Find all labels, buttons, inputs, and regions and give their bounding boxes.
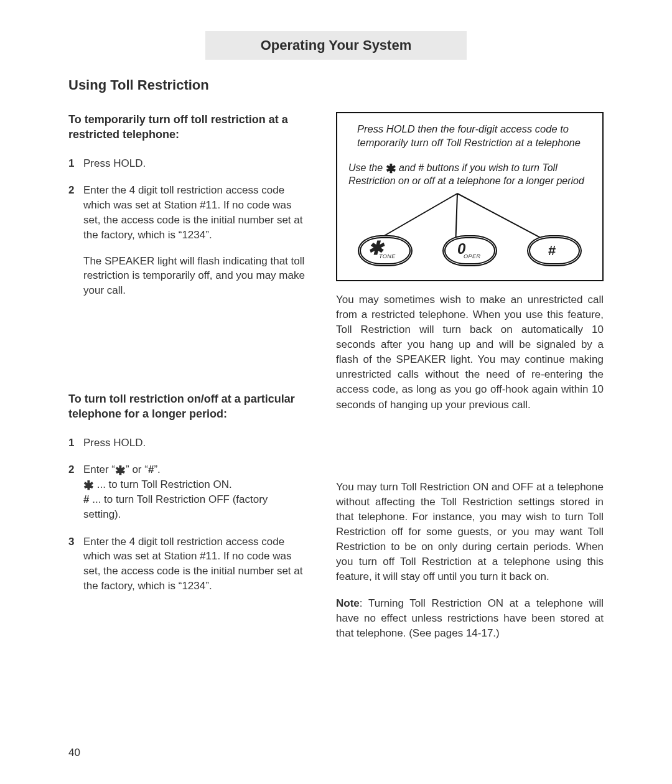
note-label: Note [336, 597, 360, 609]
phone-key-zero: 0 OPER [442, 235, 497, 266]
page-number: 40 [68, 747, 80, 759]
section-title: Using Toll Restriction [68, 77, 604, 93]
procedure-list-1: 1 Press HOLD. 2 Enter the 4 digit toll r… [68, 156, 305, 298]
diagram-line [376, 193, 458, 241]
procedure-list-2: 1 Press HOLD. 2 Enter “✱” or “#”. ✱ ... … [68, 436, 305, 594]
diagram-caption-top: Press HOLD then the four-digit access co… [357, 122, 591, 150]
list-item: 3 Enter the 4 digit toll restriction acc… [68, 534, 305, 594]
step-paragraph: Enter the 4 digit toll restriction acces… [83, 183, 305, 242]
text-run: ... to turn Toll Restriction OFF (factor… [83, 493, 268, 520]
list-item: 2 Enter “✱” or “#”. ✱ ... to turn Toll R… [68, 462, 305, 521]
body-paragraph: You may sometimes wish to make an unrest… [336, 292, 604, 413]
chapter-header-text: Operating Your System [261, 37, 411, 53]
step-body: Enter “✱” or “#”. ✱ ... to turn Toll Res… [83, 462, 305, 521]
list-item: 2 Enter the 4 digit toll restriction acc… [68, 183, 305, 298]
text-run: ”. [154, 464, 160, 475]
text-run: Enter “ [83, 464, 115, 475]
step-number: 2 [68, 183, 77, 298]
list-item: 1 Press HOLD. [68, 436, 305, 450]
content-columns: To temporarily turn off toll restriction… [68, 112, 604, 641]
procedure-heading-2: To turn toll restriction on/off at a par… [68, 391, 305, 422]
step-body: Enter the 4 digit toll restriction acces… [83, 534, 305, 594]
phone-key-label: # [548, 241, 556, 260]
procedure-heading-1: To temporarily turn off toll restriction… [68, 112, 305, 142]
step-number: 1 [68, 436, 77, 450]
text-run: Use the [348, 162, 386, 173]
chapter-header: Operating Your System [205, 31, 467, 60]
left-column: To temporarily turn off toll restriction… [68, 112, 305, 641]
diagram-line [457, 193, 540, 238]
text-run: ” or “ [126, 464, 148, 475]
step-paragraph: Enter “✱” or “#”. ✱ ... to turn Toll Res… [83, 462, 305, 521]
phone-key-hash: # [527, 235, 582, 266]
phone-key-sublabel: OPER [464, 253, 481, 260]
diagram-box: Press HOLD then the four-digit access co… [336, 112, 604, 281]
step-body: Press HOLD. [83, 436, 305, 450]
step-paragraph: The SPEAKER light will flash indicating … [83, 254, 305, 298]
phone-key-star: ✱ TONE [358, 235, 413, 266]
step-number: 1 [68, 156, 77, 171]
diagram-caption-mid: Use the ✱ and # buttons if you wish to t… [348, 161, 591, 188]
text-run: ... to turn Toll Restriction ON. [94, 478, 232, 490]
body-paragraph: You may turn Toll Restriction ON and OFF… [336, 480, 604, 585]
diagram-line [455, 194, 458, 238]
diagram-triangle: ✱ TONE 0 OPER # [348, 192, 591, 266]
phone-key-sublabel: TONE [379, 253, 396, 260]
note-body: : Turning Toll Restriction ON at a telep… [336, 597, 604, 639]
step-number: 3 [68, 534, 77, 594]
right-column: Press HOLD then the four-digit access co… [336, 112, 604, 641]
step-body: Enter the 4 digit toll restriction acces… [83, 183, 305, 298]
phone-keys-row: ✱ TONE 0 OPER # [348, 235, 591, 266]
text-run: # [148, 464, 154, 475]
step-body: Press HOLD. [83, 156, 305, 171]
list-item: 1 Press HOLD. [68, 156, 305, 171]
step-number: 2 [68, 462, 77, 521]
manual-page: Operating Your System Using Toll Restric… [0, 0, 672, 784]
note-paragraph: Note: Turning Toll Restriction ON at a t… [336, 596, 604, 641]
